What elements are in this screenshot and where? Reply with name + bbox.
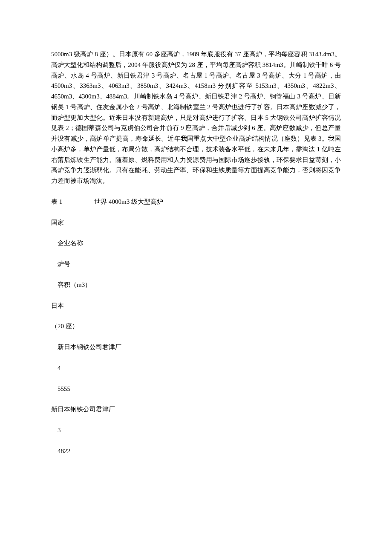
- header-volume: 容积（m3）: [51, 280, 341, 290]
- header-company: 企业名称: [51, 238, 341, 249]
- document-page: 5000m3 级高炉 8 座）。日本原有 60 多座高炉，1989 年底服役有 …: [0, 0, 392, 555]
- entry1-company: 新日本钢铁公司君津厂: [51, 342, 341, 353]
- entry2-company: 新日本钢铁公司君津厂: [51, 404, 341, 415]
- entry1-furnace-no: 4: [51, 363, 341, 373]
- entry1-volume: 5555: [51, 384, 341, 394]
- entry2-furnace-no: 3: [51, 425, 341, 436]
- header-country: 国家: [51, 217, 341, 228]
- country-japan: 日本: [51, 301, 341, 311]
- japan-count: （20 座）: [51, 321, 341, 332]
- header-furnace-no: 炉号: [51, 259, 341, 269]
- paragraph-main: 5000m3 级高炉 8 座）。日本原有 60 多座高炉，1989 年底服役有 …: [51, 49, 341, 186]
- table1-heading: 表 1 世界 4000m3 级大型高炉: [51, 197, 341, 207]
- entry2-volume: 4822: [51, 446, 341, 457]
